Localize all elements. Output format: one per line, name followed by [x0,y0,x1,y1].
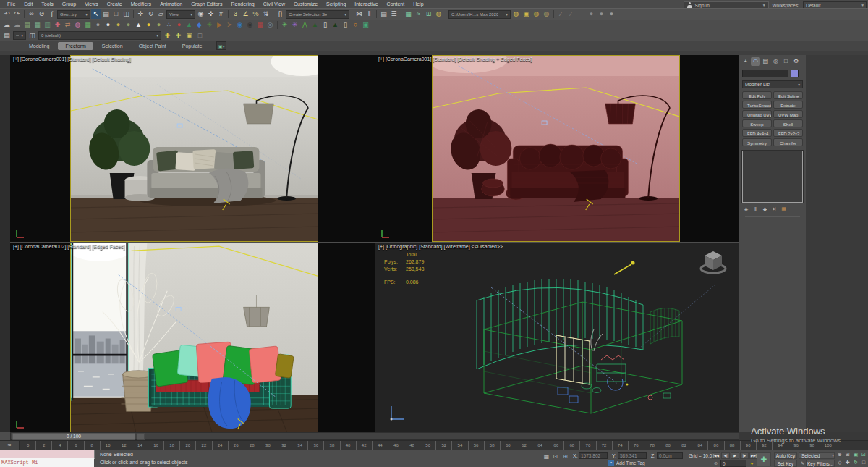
sphere-gray-object-icon[interactable]: ● [93,20,103,30]
swap-object-icon[interactable]: ⇄ [63,20,72,30]
render-flyout-disabled-icon[interactable]: ⁄ [556,9,566,19]
menu-item-tools[interactable]: Tools [37,1,57,7]
lens-object-icon[interactable]: ◎ [265,20,275,30]
select-objects-in-layer-icon[interactable]: ▣ [184,31,194,41]
zoom-all-icon[interactable]: ⊞ [844,451,851,458]
field-of-view-icon[interactable]: ◇ [836,459,843,466]
menu-item-interactive[interactable]: Interactive [350,1,382,7]
picker-blue-object-icon[interactable]: ◉ [235,20,244,30]
menu-item-customize[interactable]: Customize [289,1,322,7]
angle-snap-icon[interactable]: ∠ [241,9,250,19]
next-frame-button[interactable]: |▶ [740,452,749,459]
modifier-button-edit-poly[interactable]: Edit Poly [742,91,772,99]
flower-object-icon[interactable]: ✳ [290,20,299,30]
render-setup-icon[interactable]: ◍ [511,9,521,19]
render-sphere-large-icon[interactable]: ● [607,9,616,19]
curve-editor-icon[interactable]: ≈ [414,9,423,19]
set-current-layer-icon[interactable]: □ [195,31,205,41]
menu-item-help[interactable]: Help [409,1,427,7]
modifier-button-chamfer[interactable]: Chamfer [773,138,803,146]
display-tab-icon[interactable]: □ [781,57,791,66]
leaf-object-icon[interactable]: ✳ [205,20,214,30]
menu-item-modifiers[interactable]: Modifiers [127,1,156,7]
viewport-label[interactable]: [+] [CoronaCamera002] [Standard] [Edged … [13,244,125,249]
rain-object-icon[interactable]: ∴ [164,20,174,30]
menu-item-civil-view[interactable]: Civil View [259,1,289,7]
configure-modifier-sets-icon[interactable]: ▦ [780,205,788,213]
modifier-button-ffd-4x4x4[interactable]: FFD 4x4x4 [742,129,772,137]
bird-object-icon[interactable]: ▶ [215,20,224,30]
add-time-tag-label[interactable]: Add Time Tag [616,460,645,466]
viewport-top-left[interactable]: [+] [CoronaCamera001] [Standard] [Defaul… [10,55,375,242]
menu-item-views[interactable]: Views [80,1,103,7]
x-coordinate-field[interactable]: 1573.802 [579,452,608,459]
bind-to-space-warp-icon[interactable]: ∫ [47,9,56,19]
sphere-gold-object-icon[interactable]: ● [114,20,123,30]
modify-tab-icon[interactable]: ◠ [751,57,760,66]
modifier-button-extrude[interactable]: Extrude [773,101,803,109]
pyramid-object-icon[interactable]: ▲ [184,20,194,30]
blinds-object-icon[interactable]: ▥ [43,20,52,30]
select-and-link-icon[interactable]: ∞ [27,9,36,19]
selection-filter-dropdown[interactable]: Geo...try▾ [57,10,90,19]
cone-object-icon[interactable]: ▲ [134,20,143,30]
maxscript-mini-listener[interactable]: MAXScript Mi [0,458,94,467]
previous-frame-button[interactable]: ◀| [721,452,730,459]
ribbon-toggle-icon[interactable]: ▦ [404,9,413,19]
door-object-icon[interactable]: ▯ [341,20,350,30]
snaps-toggle-icon[interactable]: 3 [231,9,240,19]
render-sphere-mid-icon[interactable]: ● [597,9,606,19]
project-folder-dropdown[interactable]: C:\Users\H...s Max 2020▾ [448,10,511,19]
spruce-object-icon[interactable]: ▲ [331,20,340,30]
z-coordinate-field[interactable]: 0.0cm [657,452,683,459]
modifier-button-unwrap-uvw[interactable]: Unwrap UVW [742,110,772,118]
cloud-object-icon[interactable]: ☁ [2,20,12,30]
keyboard-shortcut-override-icon[interactable]: # [216,9,226,19]
modifier-list-dropdown[interactable]: Modifier List ▾ [742,80,803,88]
rectangular-selection-region-icon[interactable]: □ [111,9,121,19]
pin-object-icon[interactable]: ✚ [53,20,62,30]
modifier-button-ffd-2x2x2[interactable]: FFD 2x2x2 [773,129,803,137]
isolate-selection-icon[interactable]: ▦ [542,453,550,460]
pan-icon[interactable]: ✚ [844,459,851,466]
zoom-icon[interactable]: ⊕ [836,451,843,458]
schematic-view-icon[interactable]: ⊞ [424,9,433,19]
select-by-name-icon[interactable]: ▤ [101,9,111,19]
feather-object-icon[interactable]: ≻ [225,20,234,30]
set-key-button[interactable]: Set Key [774,460,797,467]
time-slider-next-button[interactable] [137,433,145,440]
modifier-button-shell[interactable]: Shell [773,119,803,127]
sphere-moss-object-icon[interactable]: ● [154,20,163,30]
modifier-button-turbosmooth[interactable]: TurboSmooth [742,101,772,109]
modifier-button-sweep[interactable]: Sweep [742,119,772,127]
key-icon[interactable]: ✦ [748,460,756,467]
y-coordinate-field[interactable]: 589.341 [618,452,647,459]
object-name-field[interactable] [742,70,788,77]
viewport-label[interactable]: [+] [CoronaCamera001] [Standard] [Defaul… [13,56,131,62]
viewport-label[interactable]: [+] [Orthographic] [Standard] [Wireframe… [378,244,503,249]
zoom-extents-all-icon[interactable]: ⊡ [860,451,867,458]
menu-item-group[interactable]: Group [58,1,80,7]
selection-lock-icon[interactable]: ⊡ [551,453,559,460]
modifier-stack-list[interactable] [742,151,803,203]
create-tab-icon[interactable]: + [741,57,750,66]
undo-icon[interactable]: ↶ [2,9,12,19]
use-pivot-point-icon[interactable]: ◉ [196,9,205,19]
menu-item-edit[interactable]: Edit [20,1,37,7]
hierarchy-tab-icon[interactable]: ▤ [761,57,770,66]
align-icon[interactable]: ‖ [365,9,374,19]
screen-object-icon[interactable]: ▣ [361,20,370,30]
make-unique-icon[interactable]: ◆ [761,205,769,213]
viewport-bottom-left[interactable]: [+] [CoronaCamera002] [Standard] [Edged … [10,243,375,432]
remove-modifier-icon[interactable]: ✕ [770,205,778,213]
menu-item-graph-editors[interactable]: Graph Editors [187,1,226,7]
ribbon-overflow-icon[interactable]: ▣▾ [216,41,226,50]
key-mode-toggle-icon[interactable]: ⊙ [712,460,720,467]
set-keys-button[interactable]: + [757,452,771,466]
pin-stack-icon[interactable]: ◈ [742,205,750,213]
viewport-label[interactable]: [+] [CoronaCamera001] [Standard] [Defaul… [378,56,532,62]
ribbon-tab-populate[interactable]: Populate [175,42,210,50]
menu-item-create[interactable]: Create [103,1,127,7]
bulb-object-icon[interactable]: ✳ [280,20,289,30]
scene-explorer-toggle-icon[interactable]: ▤ [379,9,388,19]
